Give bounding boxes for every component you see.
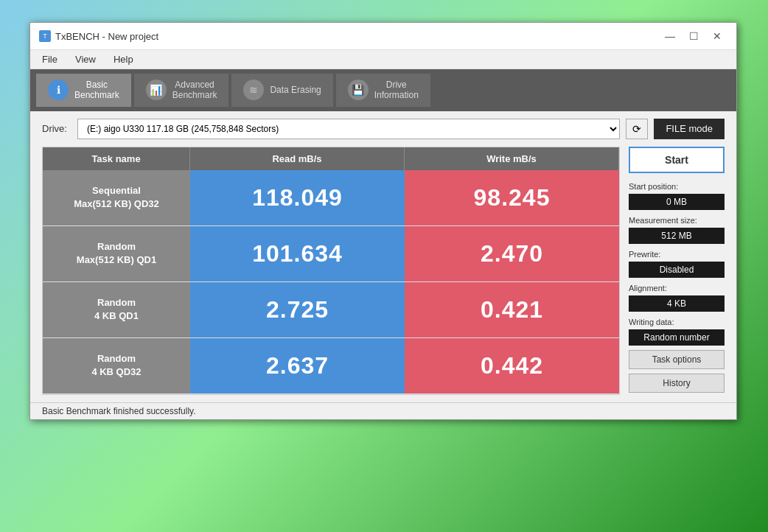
col-write: Write mB/s xyxy=(405,147,619,170)
file-mode-button[interactable]: FILE mode xyxy=(654,119,725,139)
sidebar: Start Start position: 0 MB Measurement s… xyxy=(629,147,725,395)
writing-data-label: Writing data: xyxy=(629,318,725,326)
prewrite-value: Disabled xyxy=(629,262,725,278)
content-area: Drive: (E:) aigo U330 117.18 GB (245,758… xyxy=(30,111,736,402)
status-bar: Basic Benchmark finished successfully. xyxy=(30,402,736,419)
drive-selector[interactable]: (E:) aigo U330 117.18 GB (245,758,848 Se… xyxy=(77,119,620,139)
table-row: Random4 KB QD32 2.637 0.442 xyxy=(43,338,619,394)
drive-label: Drive: xyxy=(42,123,71,134)
history-button[interactable]: History xyxy=(629,374,725,393)
start-button[interactable]: Start xyxy=(629,147,725,173)
toolbar: ℹ BasicBenchmark 📊 AdvancedBenchmark ≋ D… xyxy=(30,69,736,111)
write-random-4kb-qd32: 0.442 xyxy=(405,338,619,393)
advanced-benchmark-icon: 📊 xyxy=(146,80,167,100)
data-erasing-label: Data Erasing xyxy=(270,85,321,95)
write-random-512: 2.470 xyxy=(405,226,619,281)
write-sequential: 98.245 xyxy=(405,170,619,225)
table-row: RandomMax(512 KB) QD1 101.634 2.470 xyxy=(43,226,619,282)
col-task-name: Task name xyxy=(43,147,190,170)
main-window: T TxBENCH - New project — ☐ ✕ File View … xyxy=(29,22,737,420)
menu-bar: File View Help xyxy=(30,50,736,69)
table-row: SequentialMax(512 KB) QD32 118.049 98.24… xyxy=(43,170,619,226)
main-content: Task name Read mB/s Write mB/s Sequentia… xyxy=(42,147,725,395)
close-button[interactable]: ✕ xyxy=(707,29,727,43)
measurement-size-label: Measurement size: xyxy=(629,216,725,225)
table-header: Task name Read mB/s Write mB/s xyxy=(43,147,619,170)
menu-help[interactable]: Help xyxy=(108,52,139,67)
table-row: Random4 KB QD1 2.725 0.421 xyxy=(43,282,619,338)
col-read: Read mB/s xyxy=(190,147,405,170)
app-icon: T xyxy=(39,30,51,42)
title-bar-left: T TxBENCH - New project xyxy=(39,30,158,42)
tab-basic-benchmark[interactable]: ℹ BasicBenchmark xyxy=(36,74,131,107)
menu-view[interactable]: View xyxy=(69,52,102,67)
drive-row: Drive: (E:) aigo U330 117.18 GB (245,758… xyxy=(42,119,725,139)
start-position-value: 0 MB xyxy=(629,194,725,210)
menu-file[interactable]: File xyxy=(36,52,63,67)
drive-information-icon: 💾 xyxy=(348,80,369,100)
writing-data-value: Random number xyxy=(629,329,725,346)
read-random-4kb-qd32: 2.637 xyxy=(190,338,405,393)
drive-refresh-button[interactable]: ⟳ xyxy=(626,119,648,139)
title-controls: — ☐ ✕ xyxy=(660,29,727,43)
read-random-4kb-qd1: 2.725 xyxy=(190,282,405,337)
advanced-benchmark-label: AdvancedBenchmark xyxy=(172,80,217,101)
read-sequential: 118.049 xyxy=(190,170,405,225)
status-text: Basic Benchmark finished successfully. xyxy=(42,406,196,416)
alignment-value: 4 KB xyxy=(629,295,725,312)
drive-information-label: DriveInformation xyxy=(374,80,419,101)
start-position-label: Start position: xyxy=(629,182,725,191)
alignment-label: Alignment: xyxy=(629,284,725,293)
write-random-4kb-qd1: 0.421 xyxy=(405,282,619,337)
tab-advanced-benchmark[interactable]: 📊 AdvancedBenchmark xyxy=(134,74,229,107)
task-random-4kb-qd32: Random4 KB QD32 xyxy=(43,338,190,393)
title-bar: T TxBENCH - New project — ☐ ✕ xyxy=(30,23,736,50)
tab-data-erasing[interactable]: ≋ Data Erasing xyxy=(231,74,332,107)
basic-benchmark-icon: ℹ xyxy=(48,80,69,100)
maximize-button[interactable]: ☐ xyxy=(683,29,704,43)
basic-benchmark-label: BasicBenchmark xyxy=(74,80,119,101)
window-title: TxBENCH - New project xyxy=(55,31,158,42)
task-options-button[interactable]: Task options xyxy=(629,350,725,369)
data-erasing-icon: ≋ xyxy=(243,80,264,100)
prewrite-label: Prewrite: xyxy=(629,250,725,259)
minimize-button[interactable]: — xyxy=(660,29,680,43)
task-random-512: RandomMax(512 KB) QD1 xyxy=(43,226,190,281)
task-sequential: SequentialMax(512 KB) QD32 xyxy=(43,170,190,225)
tab-drive-information[interactable]: 💾 DriveInformation xyxy=(336,74,430,107)
read-random-512: 101.634 xyxy=(190,226,405,281)
benchmark-table: Task name Read mB/s Write mB/s Sequentia… xyxy=(42,147,620,395)
task-random-4kb-qd1: Random4 KB QD1 xyxy=(43,282,190,337)
measurement-size-value: 512 MB xyxy=(629,228,725,244)
